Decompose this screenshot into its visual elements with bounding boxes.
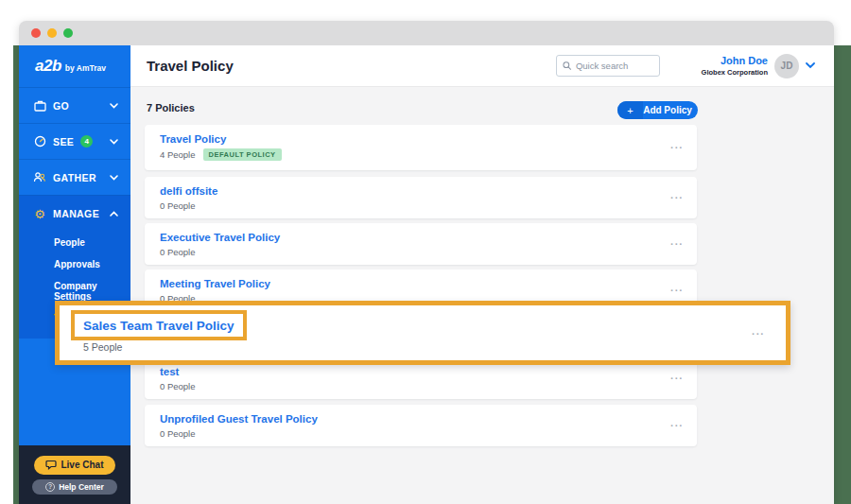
sidebar-item-label: SEE xyxy=(53,136,74,148)
quick-search[interactable] xyxy=(556,55,660,77)
gauge-icon xyxy=(33,135,46,148)
sidebar-item-see[interactable]: SEE 4 xyxy=(19,123,130,159)
policy-title-link[interactable]: Executive Travel Policy xyxy=(160,232,682,243)
logo-brand: a2b xyxy=(35,57,61,76)
sidebar-item-label: GATHER xyxy=(53,172,96,183)
row-menu-button[interactable]: ··· xyxy=(670,238,684,250)
row-menu-button[interactable]: ··· xyxy=(670,285,684,296)
logo-suffix: by AmTrav xyxy=(65,63,106,73)
page-header: Travel Policy John Doe Globex Corporatio… xyxy=(130,45,834,87)
row-menu-button[interactable]: ··· xyxy=(670,420,684,431)
chevron-up-icon xyxy=(110,211,118,217)
live-chat-label: Live Chat xyxy=(61,460,103,470)
policy-people-count: 5 People xyxy=(83,341,122,353)
help-center-button[interactable]: ? Help Center xyxy=(32,479,117,495)
policy-people-count: 4 People xyxy=(160,149,196,160)
chat-bubble-icon xyxy=(45,460,57,470)
sidebar-item-label: GO xyxy=(53,100,69,112)
policy-count: 7 Policies xyxy=(147,102,195,113)
policy-title-link[interactable]: Meeting Travel Policy xyxy=(160,278,682,289)
policy-row[interactable]: Executive Travel Policy 0 People ··· xyxy=(145,223,697,265)
gear-icon: ⚙ xyxy=(33,207,46,220)
add-policy-label: Add Policy xyxy=(643,105,698,115)
backdrop-greenery-right xyxy=(834,45,851,504)
policy-people-count: 0 People xyxy=(160,381,196,391)
search-input[interactable] xyxy=(576,61,653,71)
annotation-highlight-box: Sales Team Travel Policy xyxy=(71,310,247,340)
chevron-down-icon xyxy=(110,139,118,145)
minimize-window-button[interactable] xyxy=(47,28,57,38)
search-icon xyxy=(563,61,571,71)
chevron-down-icon xyxy=(110,175,118,181)
avatar[interactable]: JD xyxy=(774,54,799,78)
policy-people-count: 0 People xyxy=(160,247,196,257)
user-info[interactable]: John Doe Globex Corporation xyxy=(702,55,768,77)
sidebar-item-manage[interactable]: ⚙ MANAGE xyxy=(19,196,130,232)
policy-title-link[interactable]: Travel Policy xyxy=(160,133,682,145)
plus-icon: + xyxy=(617,101,643,119)
sidebar-item-people[interactable]: People xyxy=(19,232,130,253)
people-icon xyxy=(33,171,46,184)
policy-people-count: 0 People xyxy=(160,428,196,439)
policy-list-area: 7 Policies + Add Policy Travel Policy 4 … xyxy=(130,87,834,504)
row-menu-button[interactable]: ··· xyxy=(670,373,684,384)
chevron-down-icon[interactable] xyxy=(806,62,815,69)
policy-row[interactable]: delfi offsite 0 People ··· xyxy=(145,177,697,218)
briefcase-icon xyxy=(33,99,46,113)
add-policy-button[interactable]: + Add Policy xyxy=(617,101,698,119)
sidebar-item-gather[interactable]: GATHER xyxy=(19,159,130,195)
browser-window: a2b by AmTrav GO SEE 4 xyxy=(19,21,834,504)
sidebar-item-approvals[interactable]: Approvals xyxy=(19,253,130,275)
live-chat-button[interactable]: Live Chat xyxy=(34,456,115,475)
see-notification-badge: 4 xyxy=(80,135,93,148)
policy-row[interactable]: Travel Policy 4 People DEFAULT POLICY ··… xyxy=(145,125,697,170)
policy-people-count: 0 People xyxy=(160,200,196,211)
highlighted-policy-row[interactable]: Sales Team Travel Policy 5 People ··· xyxy=(55,301,790,365)
zoom-window-button[interactable] xyxy=(63,28,73,38)
policy-row[interactable]: Unprofiled Guest Travel Policy 0 People … xyxy=(145,405,697,446)
sidebar-item-label: MANAGE xyxy=(53,208,99,219)
question-mark-icon: ? xyxy=(45,482,55,492)
policy-title-link[interactable]: test xyxy=(160,366,682,377)
help-center-label: Help Center xyxy=(59,482,104,492)
close-window-button[interactable] xyxy=(31,28,41,38)
sidebar-item-go[interactable]: GO xyxy=(19,87,130,123)
policy-title-link[interactable]: Unprofiled Guest Travel Policy xyxy=(160,413,682,425)
default-policy-badge: DEFAULT POLICY xyxy=(203,148,282,161)
page-title: Travel Policy xyxy=(147,58,234,74)
user-company: Globex Corporation xyxy=(702,68,768,77)
sidebar: a2b by AmTrav GO SEE 4 xyxy=(19,45,130,504)
row-menu-button[interactable]: ··· xyxy=(670,142,684,153)
row-menu-button[interactable]: ··· xyxy=(752,328,765,339)
policy-title-link[interactable]: delfi offsite xyxy=(160,185,682,197)
policy-title-link[interactable]: Sales Team Travel Policy xyxy=(83,319,234,333)
row-menu-button[interactable]: ··· xyxy=(670,192,684,203)
browser-titlebar xyxy=(19,21,834,45)
sidebar-footer: Live Chat ? Help Center xyxy=(19,445,130,504)
user-name: John Doe xyxy=(702,55,768,68)
app-logo[interactable]: a2b by AmTrav xyxy=(19,45,130,87)
chevron-down-icon xyxy=(110,103,118,109)
